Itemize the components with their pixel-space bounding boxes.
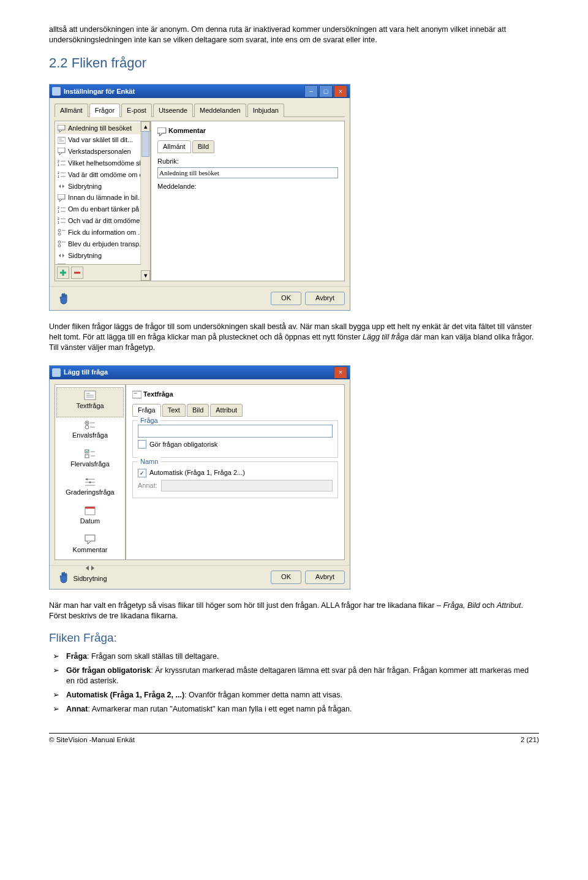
list-item[interactable]: Anledning till besöket [56, 123, 149, 134]
window-lagg-till-fraga: Lägg till fråga × Textfråga Envalsfråga … [49, 365, 350, 590]
fieldset-namn: Namn ✓ Automatisk (Fråga 1, Fråga 2...) … [132, 461, 338, 498]
text-italic: Fråga, Bild [443, 601, 480, 610]
type-flervalsfraga[interactable]: Flervalsfråga [56, 446, 124, 475]
checkbox-icon: ✓ [138, 469, 146, 477]
text-icon [84, 390, 96, 400]
detail-heading: Kommentar [157, 126, 338, 135]
maximize-button[interactable]: □ [319, 85, 333, 97]
tab-meddelanden[interactable]: Meddelanden [194, 104, 246, 117]
bullet-item: Gör frågan obligatorisk: Är kryssrutan m… [49, 666, 539, 686]
tab-epost[interactable]: E-post [121, 104, 152, 117]
question-type-list: Textfråga Envalsfråga Flervalsfråga Grad… [55, 385, 126, 559]
subtab-attribut[interactable]: Attribut [210, 404, 243, 417]
list-item[interactable]: Blev du erbjuden transp... [56, 238, 149, 250]
remove-button[interactable] [71, 267, 83, 279]
close-button[interactable]: × [334, 366, 347, 379]
list-item[interactable]: Fick du information om ... [56, 227, 149, 238]
ok-button[interactable]: OK [271, 292, 301, 305]
cancel-button[interactable]: Avbryt [305, 571, 345, 584]
tab-allmant[interactable]: Allmänt [55, 104, 88, 117]
checkbox-label: Gör frågan obligatorisk [149, 440, 217, 449]
comment-icon [58, 148, 66, 155]
fieldset-legend: Fråga [138, 416, 160, 425]
detail-subtabs: Fråga Text Bild Attribut [132, 404, 338, 417]
list-item[interactable]: 21Vilket helhetsomdöme sk... [56, 157, 149, 169]
list-item-label: Innan du lämnade in bil... [68, 193, 143, 202]
list-item[interactable]: Sidbrytning [56, 250, 149, 262]
paragraph-after-win2: När man har valt en frågetyp så visas fl… [49, 601, 539, 621]
type-label: Datum [80, 517, 100, 526]
text-icon [132, 390, 140, 398]
cancel-button[interactable]: Avbryt [305, 292, 345, 305]
comment-icon [84, 534, 96, 544]
pagebreak-icon [84, 563, 96, 573]
minimize-button[interactable]: − [304, 85, 318, 97]
type-label: Envalsfråga [72, 431, 108, 440]
type-label: Graderingsfråga [66, 488, 115, 497]
svg-point-22 [58, 229, 61, 232]
svg-rect-43 [85, 455, 89, 458]
text: När man har valt en frågetyp så visas fl… [49, 601, 443, 610]
list-item[interactable]: Sidbrytning [56, 181, 149, 192]
calendar-icon [84, 506, 96, 515]
list-item-label: Anledning till besöket [68, 124, 132, 133]
fraga-input[interactable] [138, 425, 333, 438]
scroll-thumb[interactable] [141, 131, 149, 157]
svg-point-38 [86, 422, 88, 423]
svg-rect-32 [157, 127, 166, 133]
subtab-text[interactable]: Text [162, 404, 186, 417]
subtab-bild[interactable]: Bild [187, 404, 209, 417]
type-label: Flervalsfråga [70, 460, 110, 469]
pagebreak-icon [58, 252, 66, 259]
question-list[interactable]: Anledning till besöket Vad var skälet ti… [55, 121, 150, 274]
titlebar[interactable]: Inställningar för Enkät − □ × [50, 85, 350, 98]
fieldset-legend: Namn [138, 457, 160, 466]
detail-heading: Textfråga [132, 390, 338, 399]
list-item-label: Vad var skälet till dit... [68, 135, 133, 145]
list-item[interactable]: Vad var skälet till dit... [56, 134, 149, 146]
window-title: Lägg till fråga [64, 368, 333, 377]
tab-utseende[interactable]: Utseende [153, 104, 193, 117]
list-item-label: Vilket helhetsomdöme sk... [68, 159, 148, 168]
svg-text:1: 1 [58, 163, 59, 167]
page-footer: © SiteVision -Manual Enkät 2 (21) [49, 733, 539, 745]
list-item-label: Sidbrytning [68, 251, 102, 260]
tab-inbjudan[interactable]: Inbjudan [247, 104, 284, 117]
bullet-bold: Gör frågan obligatorisk [66, 666, 151, 675]
obligatorisk-checkbox[interactable]: Gör frågan obligatorisk [138, 440, 333, 449]
subtab-bild[interactable]: Bild [192, 140, 214, 153]
ok-button[interactable]: OK [271, 571, 301, 584]
list-item[interactable]: Verkstadspersonalen [56, 146, 149, 157]
type-envalsfraga[interactable]: Envalsfråga [56, 417, 124, 446]
list-item[interactable]: Innan du lämnade in bil... [56, 192, 149, 203]
svg-rect-55 [85, 535, 95, 541]
rubrik-input[interactable] [157, 167, 338, 178]
svg-point-23 [58, 233, 61, 235]
list-item-label: Vad är ditt omdöme om d... [68, 170, 149, 180]
scrollbar[interactable]: ▴ ▾ [140, 121, 150, 281]
add-button[interactable] [57, 267, 69, 279]
scroll-up-button[interactable]: ▴ [141, 121, 150, 132]
annat-input [161, 480, 333, 491]
scale-icon: 21 [58, 206, 66, 213]
type-kommentar[interactable]: Kommentar [56, 532, 124, 561]
close-button[interactable]: × [334, 85, 347, 97]
type-textfraga[interactable]: Textfråga [56, 387, 124, 417]
svg-rect-13 [58, 194, 65, 199]
bullet-list: Fråga: Frågan som skall ställas till del… [49, 651, 539, 714]
tab-fragor[interactable]: Frågor [89, 104, 120, 117]
automatisk-checkbox[interactable]: ✓ Automatisk (Fråga 1, Fråga 2...) [138, 468, 333, 477]
scroll-down-button[interactable]: ▾ [141, 270, 150, 281]
list-item[interactable]: 21Vad är ditt omdöme om d... [56, 169, 149, 181]
radio-icon [58, 240, 66, 248]
meddelande-label: Meddelande: [157, 182, 338, 191]
subtab-allmant[interactable]: Allmänt [157, 140, 191, 153]
type-datum[interactable]: Datum [56, 503, 124, 532]
list-item[interactable]: 21Och vad är ditt omdöme ... [56, 215, 149, 227]
main-tabs: Allmänt Frågor E-post Utseende Meddeland… [55, 103, 345, 117]
subtab-fraga[interactable]: Fråga [132, 404, 161, 417]
titlebar[interactable]: Lägg till fråga × [50, 366, 350, 379]
type-graderingsfraga[interactable]: Graderingsfråga [56, 474, 124, 503]
bullet-item: Automatisk (Fråga 1, Fråga 2, ...): Ovan… [49, 690, 539, 700]
list-item[interactable]: 21Om du enbart tänker på ... [56, 203, 149, 215]
